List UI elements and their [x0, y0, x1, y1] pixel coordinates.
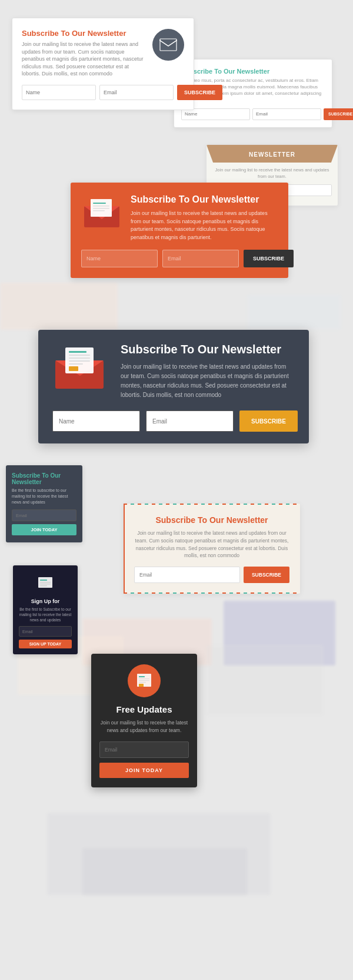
widget5-envelope-icon	[52, 343, 111, 392]
svg-rect-25	[139, 676, 145, 677]
svg-rect-17	[69, 366, 78, 371]
widget2-title: Subscribe To Our Newsletter	[181, 68, 325, 75]
widget9-title: Free Updates	[99, 704, 189, 714]
svg-rect-26	[139, 678, 149, 679]
svg-rect-5	[93, 203, 106, 204]
widget5-description: Join our mailing list to receive the lat…	[121, 362, 295, 400]
widget3-header: NEWSLETTER	[207, 145, 338, 163]
bg-decorative-7	[47, 813, 271, 895]
widget6-join-button[interactable]: JOIN TODAY	[12, 524, 76, 535]
widget4-card: Subscribe To Our Newsletter Join our mai…	[71, 183, 288, 278]
svg-rect-15	[69, 360, 90, 362]
svg-rect-7	[93, 208, 109, 209]
widget7-form: SUBSCRIBE	[134, 567, 289, 583]
svg-rect-20	[40, 580, 47, 581]
widget1-email-input[interactable]	[99, 85, 174, 100]
svg-rect-12	[69, 351, 86, 353]
svg-rect-29	[139, 684, 144, 687]
bg-decorative-3	[224, 601, 335, 666]
widget5-title: Subscribe To Our Newsletter	[121, 343, 295, 356]
svg-rect-0	[159, 38, 177, 51]
widget8-icon	[34, 571, 57, 595]
bg-decorative-8	[82, 848, 247, 895]
widget5-name-input[interactable]	[52, 410, 140, 432]
widget1-name-input[interactable]	[22, 85, 96, 100]
widget4-email-input[interactable]	[162, 250, 239, 267]
widget7-subscribe-button[interactable]: SUBSCRIBE	[244, 567, 289, 583]
widget3-description: Join our mailing list to receive the lat…	[207, 167, 338, 180]
widget6-card: Subscribe To Our Newsletter Be the first…	[6, 465, 82, 542]
svg-rect-28	[139, 682, 146, 683]
widget6-email-input[interactable]	[12, 509, 76, 521]
widget2-email-input[interactable]	[252, 108, 321, 120]
widget8-description: Be the first to Subscribe to our mailing…	[19, 607, 72, 623]
widget6-description: Be the first to subscribe to our mailing…	[12, 488, 76, 505]
svg-rect-6	[93, 206, 109, 207]
widget1-title: Subscribe To Our Newsletter	[22, 29, 145, 38]
widget8-title: Sign Up for	[19, 598, 72, 604]
widget6-title: Subscribe To Our Newsletter	[12, 472, 76, 485]
widget8-email-input[interactable]	[19, 626, 72, 637]
widget2-form: SUBSCRIBE	[181, 108, 325, 120]
widget7-email-input[interactable]	[134, 567, 240, 583]
widget1-form: SUBSCRIBE	[22, 85, 184, 100]
widget4-description: Join our mailing list to receive the lat…	[131, 210, 278, 241]
widget5-form: SUBSCRIBE	[52, 410, 295, 432]
svg-rect-13	[69, 355, 90, 356]
widget4-form: SUBSCRIBE	[81, 250, 278, 267]
svg-rect-21	[40, 582, 51, 582]
widget9-description: Join our mailing list to receive the lat…	[99, 719, 189, 734]
widget4-title: Subscribe To Our Newsletter	[131, 194, 278, 205]
widget9-icon	[128, 664, 161, 697]
widget9-card: Free Updates Join our mailing list to re…	[91, 654, 197, 787]
widget5-card: Subscribe To Our Newsletter Join our mai…	[38, 330, 309, 443]
widget5-email-input[interactable]	[146, 410, 234, 432]
svg-rect-23	[40, 585, 47, 586]
widget7-title: Subscribe To Our Newsletter	[134, 515, 289, 525]
widget1-description: Join our mailing list to receive the lat…	[22, 41, 145, 78]
widget8-card: Sign Up for Be the first to Subscribe to…	[13, 565, 78, 654]
email-envelope-icon	[152, 29, 184, 61]
widget4-subscribe-button[interactable]: SUBSCRIBE	[244, 250, 294, 267]
svg-rect-16	[69, 363, 83, 365]
widget3-header-label: NEWSLETTER	[249, 151, 295, 158]
widget1-subscribe-button[interactable]: SUBSCRIBE	[177, 85, 222, 100]
widget4-envelope-icon	[81, 194, 122, 230]
svg-rect-8	[93, 210, 105, 211]
svg-rect-27	[139, 680, 149, 681]
widget1-card: Subscribe To Our Newsletter Join our mai…	[12, 18, 194, 110]
widget9-join-button[interactable]: JOIN TODAY	[99, 763, 189, 778]
widget7-card: Subscribe To Our Newsletter Join our mai…	[124, 504, 300, 594]
widget8-signup-button[interactable]: SIGN UP Today	[19, 640, 72, 648]
widget4-name-input[interactable]	[81, 250, 158, 267]
bg-decorative-1	[0, 283, 118, 330]
widget9-email-input[interactable]	[99, 741, 189, 758]
svg-rect-22	[40, 584, 51, 584]
widget5-subscribe-button[interactable]: SUBSCRIBE	[239, 410, 298, 432]
svg-rect-14	[69, 357, 90, 359]
bg-decorative-5	[206, 645, 324, 716]
widget2-subscribe-button[interactable]: SUBSCRIBE	[324, 108, 353, 120]
widget7-description: Join our mailing list to receive the lat…	[134, 529, 289, 559]
bg-decorative-2	[247, 294, 341, 330]
